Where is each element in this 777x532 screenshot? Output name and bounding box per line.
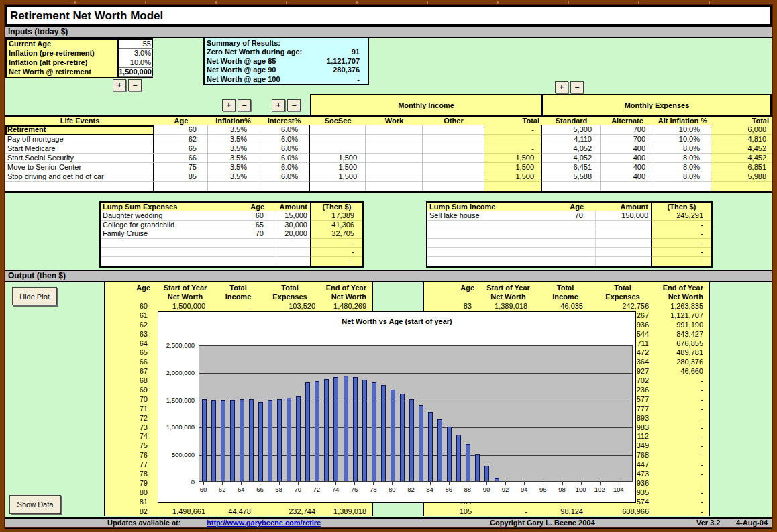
output-cell[interactable]: 80 [105,488,156,498]
life-event-value-cell[interactable]: 6,851 [711,163,772,172]
output-cell[interactable]: - [652,414,709,423]
output-cell[interactable]: 1,121,707 [652,311,709,321]
output-cell[interactable]: 1,389,018 [480,302,537,311]
life-event-value-cell[interactable] [366,163,423,172]
life-event-value-cell[interactable]: 8.0% [654,172,711,182]
output-cell[interactable]: - [652,470,709,479]
life-event-value-cell[interactable] [310,144,366,154]
output-cell[interactable]: - [480,507,537,517]
lump-cell[interactable]: 17,389 [310,211,362,221]
output-cell[interactable]: 44,478 [215,507,262,517]
life-event-value-cell[interactable]: - [711,182,772,191]
life-event-value-cell[interactable]: 4,810 [711,135,772,144]
output-cell[interactable]: 60 [105,302,156,311]
lump-cell[interactable] [427,257,549,266]
output-cell[interactable]: 70 [105,395,156,405]
life-event-value-cell[interactable] [366,172,423,182]
output-cell[interactable]: 105 [424,507,480,517]
life-event-value-cell[interactable] [423,125,484,135]
life-event-value-cell[interactable]: 4,052 [542,144,601,154]
output-cell[interactable]: 74 [105,432,156,441]
lump-cell[interactable] [427,229,549,239]
lump-cell[interactable]: 32,705 [310,229,362,239]
lump-cell[interactable]: 20,000 [276,229,310,239]
life-event-value-cell[interactable]: 5,300 [542,125,601,135]
life-event-value-cell[interactable]: 1,500 [310,163,366,172]
output-cell[interactable]: - [652,479,709,488]
life-event-value-cell[interactable]: 1,500 [484,163,542,172]
output-cell[interactable]: 103,520 [262,302,318,311]
output-cell[interactable]: 98,124 [537,507,594,517]
output-cell[interactable]: 72 [105,414,156,423]
lump-cell[interactable]: 41,306 [310,221,362,230]
minus-button[interactable]: − [238,99,251,111]
output-cell[interactable]: 83 [424,302,480,311]
life-event-value-cell[interactable]: 700 [601,125,654,135]
life-event-value-cell[interactable]: 6.0% [258,163,310,172]
lump-cell[interactable] [101,248,236,257]
lump-cell[interactable]: 30,000 [276,221,310,230]
output-cell[interactable]: 242,756 [594,302,652,311]
life-event-value-cell[interactable]: - [484,135,542,144]
output-cell[interactable]: - [652,395,709,405]
lump-cell[interactable]: 60 [236,211,276,221]
life-event-value-cell[interactable]: 8.0% [654,163,711,172]
lump-cell[interactable] [276,239,310,248]
life-event-value-cell[interactable]: 400 [601,154,654,163]
output-cell[interactable]: - [652,441,709,451]
life-event-name-cell[interactable]: Stop driving and get rid of car [5,172,154,182]
life-event-value-cell[interactable]: - [484,125,542,135]
life-event-value-cell[interactable] [423,144,484,154]
output-cell[interactable]: - [652,507,709,517]
lump-cell[interactable]: Daughter wedding [101,211,236,221]
life-event-value-cell[interactable]: 4,452 [711,154,772,163]
output-cell[interactable]: - [652,498,709,507]
lump-cell[interactable] [596,229,651,239]
output-cell[interactable]: 489,781 [652,348,709,358]
input-value-cell[interactable]: 3.0% [119,49,153,58]
life-event-value-cell[interactable]: - [484,144,542,154]
life-event-name-cell[interactable] [5,182,154,191]
life-event-value-cell[interactable] [366,125,423,135]
output-cell[interactable]: 75 [105,441,156,451]
life-event-value-cell[interactable]: 3.5% [208,125,258,135]
life-event-value-cell[interactable] [423,163,484,172]
life-event-name-cell[interactable]: Pay off mortgage [5,135,154,144]
life-event-value-cell[interactable] [423,182,484,191]
life-event-value-cell[interactable] [366,135,423,144]
lump-cell[interactable] [276,257,310,266]
life-event-value-cell[interactable] [423,135,484,144]
lump-cell[interactable]: College for grandchild [101,221,236,230]
output-cell[interactable]: - [652,488,709,498]
life-event-value-cell[interactable]: 700 [601,135,654,144]
life-event-value-cell[interactable]: 5,988 [711,172,772,182]
life-event-value-cell[interactable]: 1,500 [310,172,366,182]
output-cell[interactable]: 61 [105,311,156,321]
life-event-value-cell[interactable]: 3.5% [208,135,258,144]
life-event-value-cell[interactable]: 6.0% [258,144,310,154]
life-event-value-cell[interactable]: 400 [601,163,654,172]
hide-plot-button[interactable]: Hide Plot [12,287,57,305]
lump-cell[interactable] [549,248,596,257]
life-event-value-cell[interactable] [154,182,208,191]
lump-cell[interactable] [101,257,236,266]
life-event-value-cell[interactable]: 1,500 [484,154,542,163]
minus-button[interactable]: − [128,79,142,91]
life-event-value-cell[interactable]: 60 [154,125,208,135]
plus-button[interactable]: + [555,81,568,93]
life-event-value-cell[interactable]: 6.0% [258,125,310,135]
life-event-value-cell[interactable]: 3.5% [208,144,258,154]
life-event-value-cell[interactable]: 3.5% [208,163,258,172]
output-cell[interactable]: - [652,460,709,470]
life-event-name-cell[interactable]: Move to Senior Center [5,163,154,172]
lump-cell[interactable]: Family Cruise [101,229,236,239]
lump-cell[interactable]: 245,291 [651,211,711,221]
output-cell[interactable]: 1,500,000 [156,302,215,311]
life-event-value-cell[interactable]: 75 [154,163,208,172]
output-cell[interactable]: 65 [105,348,156,358]
life-event-value-cell[interactable]: 8.0% [654,144,711,154]
lump-cell[interactable] [427,248,549,257]
life-event-value-cell[interactable]: 3.5% [208,154,258,163]
output-cell[interactable]: 64 [105,339,156,349]
output-cell[interactable]: - [652,423,709,433]
